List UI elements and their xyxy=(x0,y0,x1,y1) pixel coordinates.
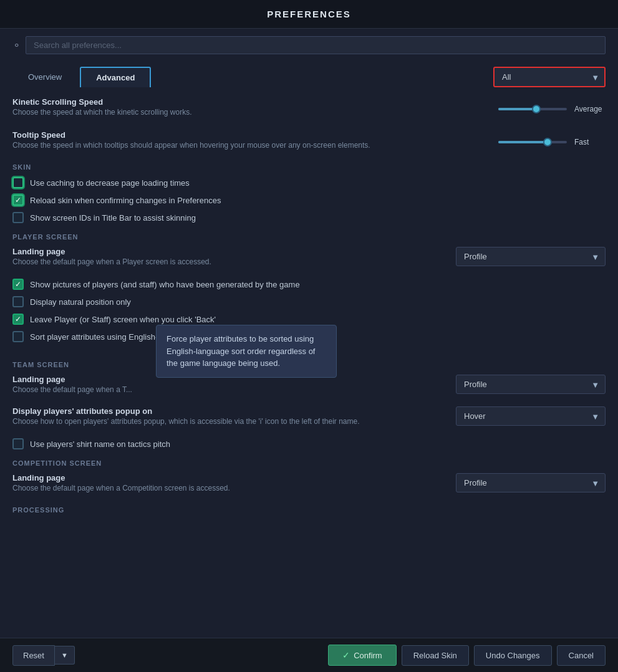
bottom-right: ✓ Confirm Reload Skin Undo Changes Cance… xyxy=(328,645,606,666)
player-landing-select-wrap: Profile Overview Stats Bio ▼ xyxy=(456,247,606,266)
filter-dropdown-wrap: All Overview Advanced ▼ xyxy=(493,67,606,87)
competition-landing-left: Landing page Choose the default page whe… xyxy=(12,473,456,496)
preferences-header: PREFERENCES xyxy=(0,0,618,29)
kinetic-scrolling-title: Kinetic Scrolling Speed xyxy=(12,97,498,107)
player-landing-right: Profile Overview Stats Bio ▼ xyxy=(456,247,606,266)
player-natural-checkbox[interactable] xyxy=(12,296,24,307)
kinetic-scrolling-right: Average xyxy=(498,105,606,113)
team-landing-right: Profile Overview Stats ▼ xyxy=(456,375,606,394)
reset-button[interactable]: Reset xyxy=(12,645,55,666)
confirm-button[interactable]: ✓ Confirm xyxy=(328,645,397,666)
sort-tooltip: Force player attributes to be sorted usi… xyxy=(156,325,337,378)
player-landing-desc: Choose the default page when a Player sc… xyxy=(12,257,456,266)
skin-reload-check-icon: ✓ xyxy=(15,196,21,204)
player-back-row: ✓ Leave Player (or Staff) screen when yo… xyxy=(12,314,606,325)
player-sort-checkbox[interactable] xyxy=(12,331,24,342)
skin-cache-label: Use caching to decrease page loading tim… xyxy=(30,178,190,188)
confirm-label: Confirm xyxy=(354,651,382,660)
kinetic-scrolling-fill xyxy=(498,108,536,110)
team-popup-row: Display players' attributes popup on Cho… xyxy=(12,406,606,430)
player-landing-select[interactable]: Profile Overview Stats Bio xyxy=(456,247,606,266)
player-back-checkbox[interactable]: ✓ xyxy=(12,314,24,325)
competition-landing-right: Profile Overview Stats ▼ xyxy=(456,473,606,492)
sort-tooltip-text: Force player attributes to be sorted usi… xyxy=(167,334,315,368)
competition-landing-select[interactable]: Profile Overview Stats xyxy=(456,473,606,492)
team-landing-select[interactable]: Profile Overview Stats xyxy=(456,375,606,394)
kinetic-scrolling-setting: Kinetic Scrolling Speed Choose the speed… xyxy=(12,97,606,120)
team-landing-select-wrap: Profile Overview Stats ▼ xyxy=(456,375,606,394)
player-natural-row: Display natural position only xyxy=(12,296,606,307)
kinetic-scrolling-thumb[interactable] xyxy=(532,105,541,113)
team-popup-title: Display players' attributes popup on xyxy=(12,406,456,416)
skin-screenids-checkbox[interactable] xyxy=(12,212,24,223)
player-screen-section-label: PLAYER SCREEN xyxy=(12,233,606,241)
player-pictures-check-icon: ✓ xyxy=(15,281,21,288)
team-shirt-checkbox[interactable] xyxy=(12,438,24,449)
player-landing-left: Landing page Choose the default page whe… xyxy=(12,247,456,270)
competition-screen-section-label: COMPETITION SCREEN xyxy=(12,459,606,467)
team-popup-desc: Choose how to open players' attributes p… xyxy=(12,417,456,426)
kinetic-scrolling-left: Kinetic Scrolling Speed Choose the speed… xyxy=(12,97,498,120)
reset-arrow-button[interactable]: ▼ xyxy=(55,646,75,665)
player-pictures-label: Show pictures of players (and staff) who… xyxy=(30,280,300,289)
undo-changes-button[interactable]: Undo Changes xyxy=(474,645,552,666)
tab-overview[interactable]: Overview xyxy=(12,67,77,87)
tooltip-speed-left: Tooltip Speed Choose the speed in which … xyxy=(12,130,498,153)
skin-cache-checkbox[interactable] xyxy=(12,177,24,188)
page-title: PREFERENCES xyxy=(267,9,351,19)
skin-cache-row: Use caching to decrease page loading tim… xyxy=(12,177,606,188)
search-bar: ⚬ xyxy=(0,29,618,62)
team-landing-row: Landing page Choose the default page whe… xyxy=(12,375,606,398)
tooltip-speed-fill xyxy=(498,141,548,143)
kinetic-scrolling-track[interactable] xyxy=(498,108,567,110)
tooltip-speed-right: Fast xyxy=(498,138,606,146)
search-input[interactable] xyxy=(26,36,606,54)
tooltip-speed-title: Tooltip Speed xyxy=(12,130,498,140)
player-pictures-checkbox[interactable]: ✓ xyxy=(12,279,24,290)
content: Kinetic Scrolling Speed Choose the speed… xyxy=(0,87,618,530)
tooltip-speed-setting: Tooltip Speed Choose the speed in which … xyxy=(12,130,606,153)
player-natural-label: Display natural position only xyxy=(30,297,131,307)
skin-reload-checkbox[interactable]: ✓ xyxy=(12,194,24,206)
tooltip-speed-desc: Choose the speed in which tooltips shoul… xyxy=(12,141,498,150)
tabs-row: Overview Advanced All Overview Advanced … xyxy=(0,62,618,87)
tabs-left: Overview Advanced xyxy=(12,67,151,87)
skin-reload-label: Reload skin when confirming changes in P… xyxy=(30,196,221,205)
reload-skin-button[interactable]: Reload Skin xyxy=(402,645,469,666)
competition-landing-row: Landing page Choose the default page whe… xyxy=(12,473,606,496)
skin-screenids-label: Show screen IDs in Title Bar to assist s… xyxy=(30,213,196,223)
player-back-label: Leave Player (or Staff) screen when you … xyxy=(30,315,216,324)
skin-reload-row: ✓ Reload skin when confirming changes in… xyxy=(12,194,606,206)
team-popup-select-wrap: Hover Click ▼ xyxy=(456,406,606,426)
team-landing-desc: Choose the default page when a T... xyxy=(12,385,456,394)
tooltip-speed-track[interactable] xyxy=(498,141,567,143)
player-back-check-icon: ✓ xyxy=(15,315,21,323)
tooltip-speed-value: Fast xyxy=(574,138,606,146)
team-popup-left: Display players' attributes popup on Cho… xyxy=(12,406,456,430)
sort-row-container: Sort player attributes using English-lan… xyxy=(12,331,606,342)
team-landing-left: Landing page Choose the default page whe… xyxy=(12,375,456,398)
filter-dropdown[interactable]: All Overview Advanced xyxy=(493,67,606,87)
confirm-check-icon: ✓ xyxy=(342,650,350,660)
processing-section-label: PROCESSING xyxy=(12,506,606,514)
team-shirt-row: Use players' shirt name on tactics pitch xyxy=(12,438,606,449)
tooltip-speed-thumb[interactable] xyxy=(543,138,552,146)
kinetic-scrolling-desc: Choose the speed at which the kinetic sc… xyxy=(12,108,498,117)
skin-screenids-row: Show screen IDs in Title Bar to assist s… xyxy=(12,212,606,223)
team-popup-right: Hover Click ▼ xyxy=(456,406,606,426)
competition-landing-title: Landing page xyxy=(12,473,456,482)
team-shirt-label: Use players' shirt name on tactics pitch xyxy=(30,439,170,449)
search-icon: ⚬ xyxy=(12,39,21,51)
player-landing-title: Landing page xyxy=(12,247,456,256)
chevron-down-icon: ▼ xyxy=(61,651,68,659)
cancel-button[interactable]: Cancel xyxy=(557,645,606,666)
kinetic-scrolling-value: Average xyxy=(574,105,606,113)
competition-landing-desc: Choose the default page when a Competiti… xyxy=(12,484,456,492)
competition-landing-select-wrap: Profile Overview Stats ▼ xyxy=(456,473,606,492)
player-landing-row: Landing page Choose the default page whe… xyxy=(12,247,606,270)
bottom-bar: Reset ▼ ✓ Confirm Reload Skin Undo Chang… xyxy=(0,638,618,672)
tab-advanced[interactable]: Advanced xyxy=(80,67,151,87)
team-popup-select[interactable]: Hover Click xyxy=(456,406,606,426)
skin-section-label: SKIN xyxy=(12,163,606,171)
reset-btn-wrap: Reset ▼ xyxy=(12,645,75,666)
